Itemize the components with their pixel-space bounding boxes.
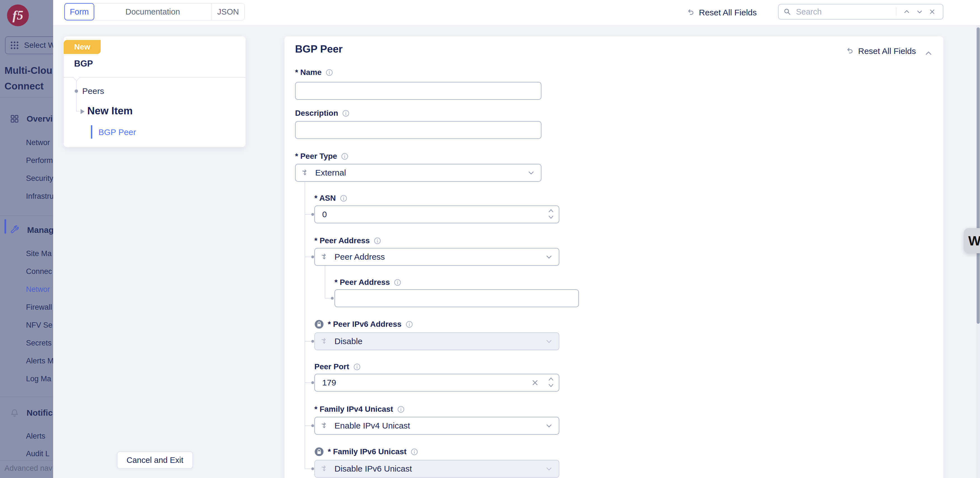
extension-w-button[interactable]: W bbox=[964, 228, 980, 253]
sidebar-item-infrastructure[interactable]: Infrastru bbox=[26, 192, 53, 201]
search-close-icon[interactable] bbox=[929, 8, 936, 15]
sidebar-item-connectors[interactable]: Connec bbox=[26, 267, 52, 276]
chevron-down-icon bbox=[545, 253, 553, 261]
stepper-up-icon[interactable] bbox=[547, 376, 554, 382]
stepper-up-icon[interactable] bbox=[547, 208, 554, 214]
family-ipv6-unicast-field-label: * Family IPv6 Unicast bbox=[314, 447, 418, 456]
section-label: Overvi bbox=[27, 114, 52, 124]
info-icon[interactable] bbox=[340, 195, 347, 202]
name-input[interactable] bbox=[295, 82, 541, 100]
info-icon[interactable] bbox=[326, 69, 333, 76]
peer-address-inner-field-label: * Peer Address bbox=[334, 278, 401, 287]
sidebar-item-alerts[interactable]: Alerts bbox=[26, 432, 45, 440]
peer-address-inner-input[interactable] bbox=[334, 289, 579, 307]
scrollbar-thumb[interactable] bbox=[977, 27, 980, 324]
family-ipv4-unicast-select[interactable]: Enable IPv4 Unicast bbox=[314, 417, 559, 435]
peer-address-select[interactable]: Peer Address bbox=[314, 248, 559, 266]
top-bar: Form Documentation JSON Reset All Fields bbox=[53, 0, 980, 25]
stepper-down-icon[interactable] bbox=[547, 214, 554, 220]
stepper-down-icon[interactable] bbox=[547, 383, 554, 388]
info-icon[interactable] bbox=[342, 110, 350, 117]
sidebar-item-alerts-management[interactable]: Alerts M bbox=[26, 357, 53, 365]
undo-arrow-icon bbox=[686, 8, 695, 17]
branch-arrows-icon bbox=[301, 168, 310, 177]
search-icon bbox=[783, 8, 792, 16]
sidebar-item-performance[interactable]: Perform bbox=[26, 156, 53, 165]
sidebar-item-firewall[interactable]: Firewall bbox=[26, 303, 52, 312]
sidebar-item-log-management[interactable]: Log Ma bbox=[26, 375, 51, 383]
label-text: * Peer Address bbox=[334, 278, 390, 287]
tree-item-new-item[interactable]: New Item bbox=[87, 105, 132, 117]
label-text: * ASN bbox=[314, 194, 336, 203]
peer-type-select[interactable]: External bbox=[295, 164, 541, 182]
form-reset-all-fields-button[interactable]: Reset All Fields bbox=[845, 46, 916, 56]
family-ipv6-unicast-select: Disable IPv6 Unicast bbox=[314, 460, 559, 478]
section-label: Notific bbox=[27, 408, 52, 418]
sidebar-item-networking-active[interactable]: Networ bbox=[26, 285, 50, 294]
branch-arrows-icon bbox=[320, 422, 329, 430]
collapse-chevron-icon[interactable] bbox=[924, 49, 933, 58]
search-input[interactable] bbox=[795, 7, 892, 17]
peer-type-field-label: * Peer Type bbox=[295, 151, 348, 161]
peer-port-number-field bbox=[314, 374, 559, 392]
sidebar-item-security[interactable]: Security bbox=[26, 174, 53, 183]
info-icon[interactable] bbox=[397, 406, 405, 413]
branch-arrows-icon bbox=[320, 337, 329, 346]
info-icon[interactable] bbox=[394, 279, 401, 286]
family-ipv6-unicast-value: Disable IPv6 Unicast bbox=[334, 464, 539, 473]
peer-ipv6-address-field-label: * Peer IPv6 Address bbox=[314, 319, 413, 329]
chevron-down-icon bbox=[545, 337, 553, 346]
info-icon[interactable] bbox=[410, 448, 418, 456]
reset-all-fields-button[interactable]: Reset All Fields bbox=[686, 7, 757, 19]
tab-json[interactable]: JSON bbox=[212, 3, 245, 20]
section-label: Manag bbox=[27, 225, 53, 235]
sidebar-item-network[interactable]: Networ bbox=[26, 138, 50, 147]
sidebar-section-overview[interactable]: Overvi bbox=[10, 114, 52, 124]
form-reset-label: Reset All Fields bbox=[858, 46, 916, 56]
lock-icon bbox=[314, 447, 324, 456]
tree-active-indicator bbox=[91, 125, 92, 139]
label-text: * Family IPv6 Unicast bbox=[328, 447, 407, 456]
sidebar-item-nfv-services[interactable]: NFV Se bbox=[26, 321, 52, 330]
f5-logo-text: f5 bbox=[13, 9, 23, 22]
tree-root-label: BGP bbox=[74, 59, 93, 69]
description-input[interactable] bbox=[295, 121, 541, 139]
select-workspace-button[interactable]: Select W bbox=[5, 37, 53, 54]
asn-stepper[interactable] bbox=[547, 208, 554, 220]
branch-arrows-icon bbox=[320, 253, 329, 261]
workspace-title-line1: Multi-Clou bbox=[5, 65, 52, 76]
sidebar-section-manage[interactable]: Manag bbox=[10, 225, 53, 235]
description-field-label: Description bbox=[295, 108, 350, 118]
clear-value-icon[interactable] bbox=[531, 378, 539, 387]
tree-item-bgp-peer[interactable]: BGP Peer bbox=[99, 127, 136, 137]
peer-port-stepper[interactable] bbox=[547, 376, 554, 388]
label-text: Description bbox=[295, 109, 338, 118]
lock-icon bbox=[314, 319, 324, 329]
info-icon[interactable] bbox=[374, 237, 381, 245]
peer-address-field-label: * Peer Address bbox=[314, 236, 381, 245]
info-icon[interactable] bbox=[406, 321, 413, 328]
peer-port-input[interactable] bbox=[314, 374, 559, 392]
workspace-button-label: Select W bbox=[24, 41, 53, 50]
chevron-down-icon bbox=[527, 168, 535, 177]
dots-grid-icon bbox=[10, 40, 19, 50]
form-connector-dot bbox=[311, 467, 314, 470]
info-icon[interactable] bbox=[353, 363, 361, 371]
sidebar-item-secrets[interactable]: Secrets bbox=[26, 339, 52, 348]
search-prev-icon[interactable] bbox=[903, 8, 911, 16]
sidebar-item-audit-logs[interactable]: Audit L bbox=[26, 449, 49, 458]
info-icon[interactable] bbox=[341, 152, 348, 160]
cancel-and-exit-button[interactable]: Cancel and Exit bbox=[117, 451, 193, 469]
chevron-down-icon bbox=[545, 465, 553, 473]
asn-field-label: * ASN bbox=[314, 194, 347, 203]
tree-item-peers[interactable]: Peers bbox=[82, 86, 104, 96]
asn-input[interactable] bbox=[314, 205, 559, 223]
tab-documentation[interactable]: Documentation bbox=[94, 3, 212, 20]
sidebar-item-site-management[interactable]: Site Ma bbox=[26, 249, 52, 258]
search-next-icon[interactable] bbox=[916, 8, 923, 16]
label-text: * Family IPv4 Unicast bbox=[314, 405, 393, 414]
advanced-nav-toggle[interactable]: Advanced nav bbox=[5, 464, 52, 473]
tab-form[interactable]: Form bbox=[64, 3, 94, 21]
sidebar-section-notifications[interactable]: Notific bbox=[10, 408, 52, 418]
bell-icon bbox=[10, 408, 19, 418]
